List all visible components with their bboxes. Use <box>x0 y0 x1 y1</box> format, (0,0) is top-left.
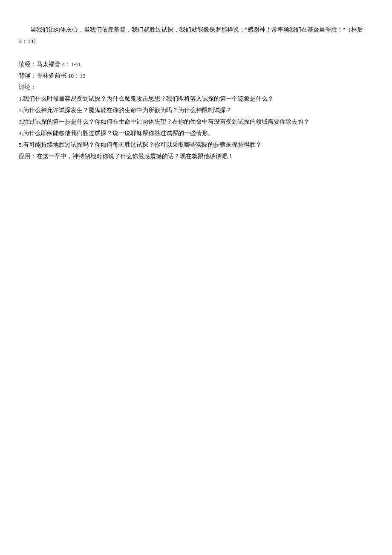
application-line: 应用：在这一章中，神特别地对你说了什么你最感震撼的话？现在就跟他谈谈吧！ <box>19 150 373 162</box>
reading-label: 读经： <box>19 61 37 67</box>
application-content: 在这一章中，神特别地对你说了什么你最感震撼的话？现在就跟他谈谈吧！ <box>37 153 233 159</box>
discussion-question-3: 3.胜过试探的第一步是什么？你如何在生命中让肉体失望？在你的生命中有没有受到试探… <box>19 116 373 127</box>
memory-label: 背诵： <box>19 72 37 79</box>
discussion-question-5: 5.有可能持续地胜过试探吗？你如何每天胜过试探？你可以采取哪些实际的步骤来保持得… <box>19 139 373 150</box>
reading-line: 读经：马太福音 4：1-11 <box>19 58 373 70</box>
application-label: 应用： <box>19 153 37 159</box>
discussion-question-4: 4.为什么耶稣能够使我们胜过试探？说一说耶稣帮你胜过试探的一些情形。 <box>19 127 373 139</box>
reading-content: 马太福音 4：1-11 <box>37 61 81 67</box>
memory-line: 背诵：哥林多前书 10：13 <box>19 70 373 81</box>
discussion-question-1: 1.我们什么时候最容易受到试探？为什么魔鬼攻击思想？我们即将落入试探的第一个迹象… <box>19 93 373 104</box>
discussion-question-2: 2.为什么神允许试探发生？魔鬼能在你的生命中为所欲为吗？为什么神限制试探？ <box>19 104 373 116</box>
section-break <box>19 47 373 58</box>
memory-content: 哥林多前书 10：13 <box>37 72 85 79</box>
discussion-label: 讨论： <box>19 81 373 93</box>
intro-paragraph: 当我们让肉体灰心，当我们依靠基督，我们就胜过试探，我们就能像保罗那样说："感谢神… <box>19 24 373 47</box>
